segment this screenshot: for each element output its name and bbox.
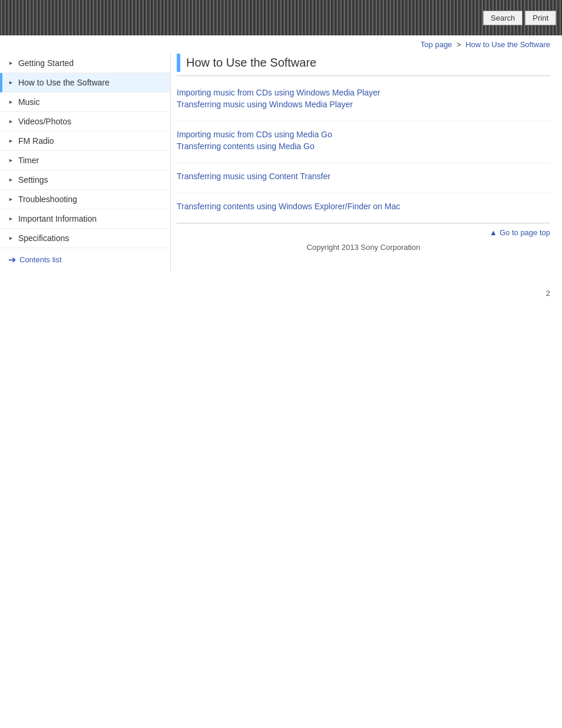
arrow-icon: ► [8, 216, 14, 222]
go-to-top-link[interactable]: ▲ Go to page top [490, 228, 550, 237]
link-transfer-mediago[interactable]: Transferring contents using Media Go [177, 141, 550, 151]
sidebar-item-getting-started[interactable]: ► Getting Started [0, 54, 170, 73]
breadcrumb: Top page > How to Use the Software [0, 35, 562, 54]
arrow-icon: ► [8, 235, 14, 241]
arrow-right-icon: ➔ [8, 254, 16, 265]
divider-1 [177, 121, 550, 121]
sidebar-label: Music [18, 97, 40, 107]
sidebar-item-important-info[interactable]: ► Important Information [0, 209, 170, 229]
sidebar: ► Getting Started ► How to Use the Softw… [0, 54, 171, 271]
sidebar-label: How to Use the Software [18, 78, 110, 87]
sidebar-item-troubleshooting[interactable]: ► Troubleshooting [0, 190, 170, 209]
heading-accent [177, 54, 180, 72]
content-footer: ▲ Go to page top [177, 223, 550, 237]
sidebar-item-settings[interactable]: ► Settings [0, 170, 170, 190]
content-area: How to Use the Software Importing music … [171, 54, 562, 263]
arrow-icon: ► [8, 80, 14, 85]
sidebar-label: Important Information [18, 214, 97, 223]
go-to-top-label: Go to page top [500, 228, 550, 237]
link-transfer-explorer[interactable]: Transferring contents using Windows Expl… [177, 202, 550, 211]
sidebar-label: Videos/Photos [18, 117, 71, 126]
sidebar-item-videos-photos[interactable]: ► Videos/Photos [0, 112, 170, 131]
contents-list-link[interactable]: Contents list [19, 255, 62, 264]
print-button[interactable]: Print [525, 11, 556, 25]
page-number: 2 [0, 283, 562, 304]
sidebar-item-fm-radio[interactable]: ► FM Radio [0, 131, 170, 151]
sidebar-label: Timer [18, 156, 39, 165]
breadcrumb-current-link[interactable]: How to Use the Software [465, 40, 550, 49]
triangle-up-icon: ▲ [490, 228, 497, 237]
arrow-icon: ► [8, 118, 14, 124]
breadcrumb-separator: > [457, 40, 461, 49]
arrow-icon: ► [8, 138, 14, 144]
divider-3 [177, 193, 550, 193]
arrow-icon: ► [8, 157, 14, 163]
arrow-icon: ► [8, 196, 14, 202]
sidebar-label: Settings [18, 175, 48, 185]
main-layout: ► Getting Started ► How to Use the Softw… [0, 54, 562, 283]
sidebar-item-music[interactable]: ► Music [0, 93, 170, 112]
arrow-icon: ► [8, 60, 14, 66]
header-bar: Search Print [0, 0, 562, 35]
link-section-content-transfer: Transferring music using Content Transfe… [177, 172, 550, 181]
link-transfer-wmp[interactable]: Transferring music using Windows Media P… [177, 100, 550, 109]
link-section-mediago: Importing music from CDs using Media Go … [177, 130, 550, 151]
breadcrumb-top-link[interactable]: Top page [421, 40, 452, 49]
sidebar-item-how-to-use[interactable]: ► How to Use the Software [0, 73, 170, 93]
sidebar-label: Troubleshooting [18, 195, 77, 204]
search-button[interactable]: Search [483, 11, 523, 25]
sidebar-item-specifications[interactable]: ► Specifications [0, 229, 170, 248]
sidebar-label: FM Radio [18, 136, 54, 146]
sidebar-label: Getting Started [18, 58, 74, 68]
link-section-wmp: Importing music from CDs using Windows M… [177, 88, 550, 109]
arrow-icon: ► [8, 177, 14, 183]
link-import-mediago[interactable]: Importing music from CDs using Media Go [177, 130, 550, 139]
page-title: How to Use the Software [186, 54, 316, 72]
divider-2 [177, 163, 550, 163]
link-section-explorer: Transferring contents using Windows Expl… [177, 202, 550, 211]
page-heading-bar: How to Use the Software [177, 54, 550, 76]
copyright-text: Copyright 2013 Sony Corporation [177, 243, 550, 252]
sidebar-footer: ➔ Contents list [0, 248, 170, 271]
link-transfer-content[interactable]: Transferring music using Content Transfe… [177, 172, 550, 181]
sidebar-item-timer[interactable]: ► Timer [0, 151, 170, 170]
link-import-wmp[interactable]: Importing music from CDs using Windows M… [177, 88, 550, 97]
sidebar-label: Specifications [18, 233, 69, 243]
header-buttons: Search Print [483, 11, 556, 25]
arrow-icon: ► [8, 99, 14, 105]
